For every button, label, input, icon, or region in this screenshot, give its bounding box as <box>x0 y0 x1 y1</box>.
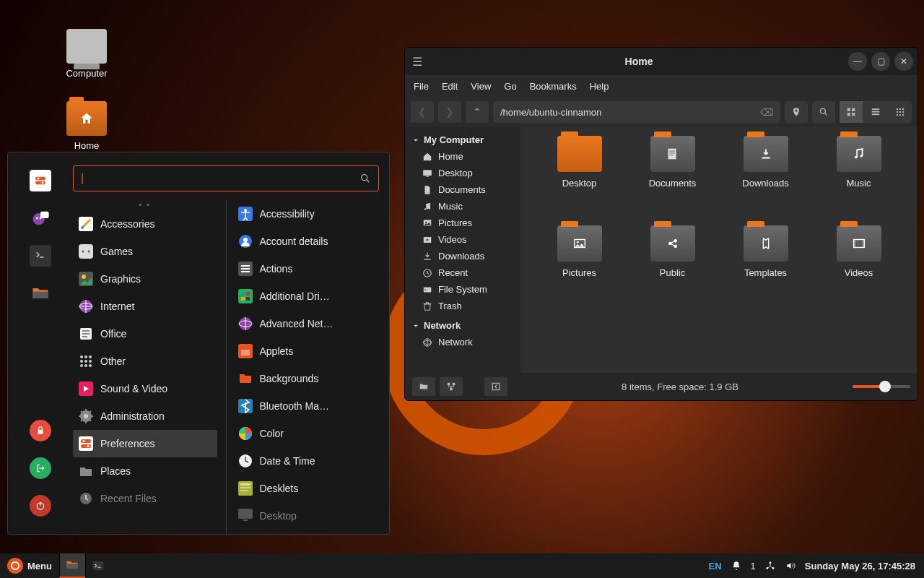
svg-point-52 <box>36 217 38 220</box>
start-menu: | • • AccessoriesGamesGraphicsInternetOf… <box>7 152 390 535</box>
sidebar-item-home[interactable]: Home <box>409 148 516 165</box>
clear-path-icon[interactable]: ⌫ <box>760 107 773 118</box>
taskbar-task-terminal[interactable] <box>85 553 111 578</box>
view-mode-group <box>840 101 912 123</box>
menu-file[interactable]: File <box>414 81 429 92</box>
volume-icon[interactable] <box>785 560 796 571</box>
category-icon <box>79 272 93 286</box>
rail-chat-icon[interactable] <box>30 207 51 229</box>
rail-files-icon[interactable] <box>30 282 51 304</box>
category-games[interactable]: Games <box>73 238 217 265</box>
app-list[interactable]: AccessibilityAccount detailsActionsAddit… <box>232 200 380 534</box>
sidebar-item-documents[interactable]: Documents <box>409 181 516 198</box>
folder-templates[interactable]: Templates <box>721 225 810 311</box>
app-bluetooth-ma-[interactable]: Bluetooth Ma… <box>232 392 377 420</box>
app-additional-dri-[interactable]: Additional Dri… <box>232 282 377 310</box>
compact-view-button[interactable] <box>889 101 912 123</box>
category-internet[interactable]: Internet <box>73 293 217 320</box>
rail-terminal-icon[interactable] <box>30 245 51 267</box>
sidebar-item-music[interactable]: Music <box>409 198 516 215</box>
sidebar-item-desktop[interactable]: Desktop <box>409 165 516 181</box>
nav-forward-button[interactable]: ❯ <box>438 101 461 123</box>
folder-pictures[interactable]: Pictures <box>535 225 624 311</box>
power-button[interactable] <box>30 495 51 517</box>
menu-search-input[interactable] <box>90 173 354 184</box>
clock[interactable]: Sunday May 26, 17:45:28 <box>805 561 915 571</box>
app-account-details[interactable]: Account details <box>232 228 377 255</box>
app-color[interactable]: Color <box>232 420 377 447</box>
app-applets[interactable]: Applets <box>232 337 377 365</box>
logout-button[interactable] <box>30 457 51 479</box>
sidebar-item-trash[interactable]: Trash <box>409 298 516 314</box>
nav-back-button[interactable]: ❮ <box>411 101 434 123</box>
minimize-button[interactable]: — <box>848 52 867 71</box>
app-accessibility[interactable]: Accessibility <box>232 200 377 228</box>
window-titlebar[interactable]: ☰ Home — ▢ ✕ <box>405 48 918 75</box>
desktop-icon-home[interactable]: Home <box>51 101 123 151</box>
hamburger-icon[interactable]: ☰ <box>405 55 430 69</box>
category-other[interactable]: Other <box>73 348 217 375</box>
menu-view[interactable]: View <box>471 81 491 92</box>
network-icon[interactable] <box>764 560 776 571</box>
sidebar-item-network[interactable]: Network <box>409 334 516 350</box>
lock-button[interactable] <box>30 420 51 441</box>
taskbar-menu-button[interactable]: Menu <box>0 553 59 578</box>
sidebar-item-pictures[interactable]: Pictures <box>409 215 516 231</box>
notification-count[interactable]: 1 <box>751 561 756 571</box>
path-input[interactable]: /home/ubuntu-cinnamon ⌫ <box>493 101 780 123</box>
places-toggle-button[interactable] <box>412 377 435 396</box>
list-view-button[interactable] <box>864 101 887 123</box>
category-accessories[interactable]: Accessories <box>73 210 217 238</box>
folder-desktop[interactable]: Desktop <box>535 136 624 221</box>
keyboard-layout-indicator[interactable]: EN <box>709 561 722 571</box>
category-list[interactable]: • • AccessoriesGamesGraphicsInternetOffi… <box>73 200 220 534</box>
desktop-icon-computer[interactable]: Computer <box>51 29 123 79</box>
sidebar-hide-button[interactable] <box>484 377 507 396</box>
category-graphics[interactable]: Graphics <box>73 265 217 293</box>
nav-up-button[interactable]: ⌃ <box>466 101 489 123</box>
notification-icon[interactable] <box>731 560 742 571</box>
category-places[interactable]: Places <box>73 457 217 485</box>
app-backgrounds[interactable]: Backgrounds <box>232 365 377 392</box>
category-preferences[interactable]: Preferences <box>73 430 217 457</box>
menu-edit[interactable]: Edit <box>442 81 458 92</box>
category-administration[interactable]: Administration <box>73 402 217 430</box>
svg-rect-17 <box>423 170 432 176</box>
app-desktop[interactable]: Desktop <box>232 502 377 530</box>
tree-toggle-button[interactable] <box>440 377 463 396</box>
menu-bookmarks[interactable]: Bookmarks <box>530 81 577 92</box>
folder-videos[interactable]: Videos <box>814 225 903 311</box>
folder-documents[interactable]: Documents <box>628 136 717 221</box>
sidebar-item-file-system[interactable]: File System <box>409 281 516 298</box>
folder-grid[interactable]: DesktopDocumentsDownloadsMusicPicturesPu… <box>520 127 918 373</box>
app-date-time[interactable]: Date & Time <box>232 447 377 475</box>
sidebar-header-network[interactable]: Network <box>409 317 516 334</box>
sidebar-item-downloads[interactable]: Downloads <box>409 248 516 264</box>
folder-music[interactable]: Music <box>814 136 903 221</box>
svg-point-117 <box>769 561 771 564</box>
app-actions[interactable]: Actions <box>232 255 377 282</box>
menu-search-box[interactable]: | <box>73 165 379 191</box>
app-advanced-net-[interactable]: Advanced Net… <box>232 310 377 337</box>
sidebar-item-videos[interactable]: Videos <box>409 231 516 248</box>
taskbar-task-files[interactable] <box>59 553 85 578</box>
category-office[interactable]: Office <box>73 320 217 348</box>
folder-downloads[interactable]: Downloads <box>721 136 810 221</box>
sidebar-header-mycomputer[interactable]: My Computer <box>409 131 516 148</box>
category-recent-files[interactable]: Recent Files <box>73 485 217 512</box>
location-pin-icon[interactable] <box>785 101 808 123</box>
category-icon <box>79 299 93 314</box>
zoom-slider[interactable] <box>853 385 910 388</box>
rail-settings-icon[interactable] <box>30 170 51 191</box>
icon-view-button[interactable] <box>840 101 863 123</box>
close-button[interactable]: ✕ <box>894 52 913 71</box>
app-desklets[interactable]: Desklets <box>232 475 377 502</box>
menu-help[interactable]: Help <box>590 81 609 92</box>
category-sound-video[interactable]: Sound & Video <box>73 375 217 402</box>
maximize-button[interactable]: ▢ <box>871 52 890 71</box>
folder-public[interactable]: Public <box>628 225 717 311</box>
search-button[interactable] <box>812 101 835 123</box>
sidebar-item-recent[interactable]: Recent <box>409 264 516 281</box>
menu-go[interactable]: Go <box>504 81 516 92</box>
svg-point-92 <box>243 238 248 242</box>
